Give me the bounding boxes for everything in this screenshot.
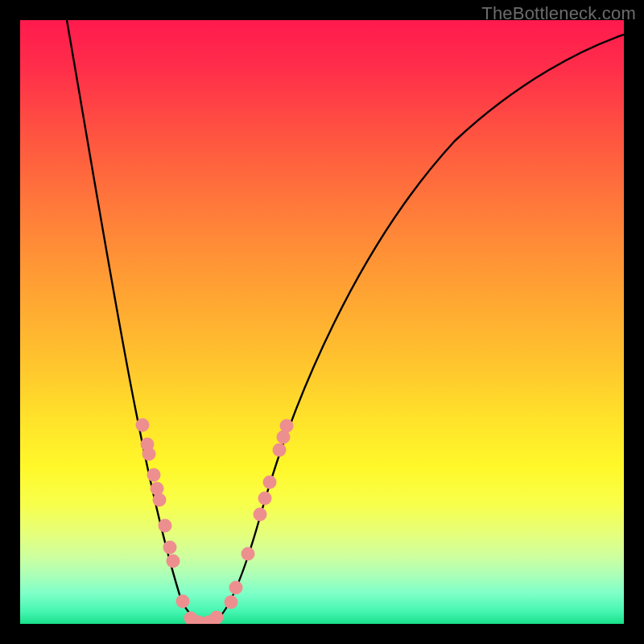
data-marker (254, 508, 267, 522)
data-marker (263, 476, 277, 489)
data-marker (136, 419, 150, 432)
data-marker (273, 444, 287, 457)
data-marker (163, 541, 177, 555)
chart-frame: TheBottleneck.com (0, 0, 644, 644)
plot-area (20, 20, 624, 624)
watermark-text: TheBottleneck.com (481, 3, 636, 24)
data-marker (225, 596, 238, 609)
data-marker (167, 555, 180, 568)
data-marker (159, 519, 172, 533)
data-marker (147, 469, 161, 482)
chart-svg (20, 20, 624, 624)
data-marker (258, 492, 272, 506)
data-marker (280, 419, 294, 433)
data-marker (176, 595, 190, 609)
data-marker (142, 448, 156, 461)
data-marker (229, 581, 243, 595)
data-marker (153, 493, 167, 507)
bottleneck-curve (67, 20, 624, 622)
data-marker (242, 547, 255, 561)
data-marker (210, 611, 224, 625)
data-marker (151, 482, 164, 496)
